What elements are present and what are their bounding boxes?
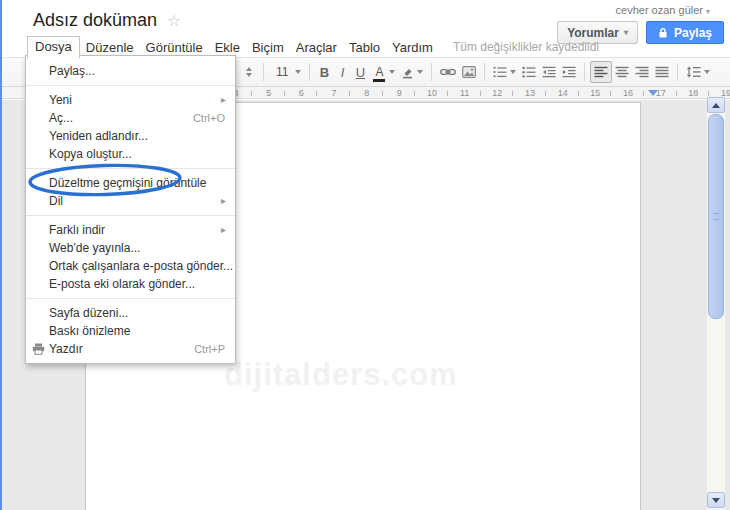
chevron-down-icon [389, 70, 395, 74]
title-row: Adsız doküman ☆ [33, 10, 181, 31]
menu-item-page-setup[interactable]: Sayfa düzeni... [26, 304, 235, 322]
text-color-button[interactable]: A [369, 61, 398, 83]
ruler-number: 14 [556, 88, 570, 98]
shortcut-label: Ctrl+P [194, 340, 225, 358]
ruler-number: 16 [621, 88, 635, 98]
zoom-spinner-icon[interactable] [240, 61, 258, 83]
submenu-arrow-icon: ▸ [221, 221, 226, 239]
chevron-down-icon [704, 70, 710, 74]
italic-button[interactable]: I [333, 61, 351, 83]
insert-image-button[interactable] [459, 61, 479, 83]
menu-item-print-preview[interactable]: Baskı önizleme [26, 322, 235, 340]
indent-button[interactable] [559, 61, 579, 83]
shortcut-label: Ctrl+O [193, 109, 225, 127]
bold-button[interactable]: B [315, 61, 333, 83]
scrollbar-thumb[interactable] [708, 114, 724, 319]
save-status: Tüm değişiklikler kaydedildi [453, 40, 599, 54]
document-title[interactable]: Adsız doküman [33, 10, 157, 31]
toolbar-separator [677, 63, 678, 81]
printer-icon [32, 343, 45, 355]
submenu-arrow-icon: ▸ [221, 192, 226, 210]
menu-divider [26, 298, 235, 299]
image-icon [462, 66, 476, 78]
align-right-icon [635, 66, 649, 78]
share-button-label: Paylaş [674, 26, 712, 40]
google-docs-window: cevher ozan güler▾ Adsız doküman ☆ Yorum… [0, 0, 730, 510]
chevron-down-icon: ▾ [624, 28, 628, 37]
font-size-value: 11 [272, 65, 292, 79]
scroll-up-button[interactable] [707, 97, 725, 113]
menu-item-download-as[interactable]: Farklı indir▸ [26, 221, 235, 239]
menu-item-publish-web[interactable]: Web'de yayınla... [26, 239, 235, 257]
share-button[interactable]: Paylaş [646, 21, 724, 44]
window-edge [0, 0, 2, 510]
menu-item-share[interactable]: Paylaş... [26, 62, 235, 80]
account-menu[interactable]: cevher ozan güler▾ [616, 4, 710, 16]
toolbar-separator [309, 63, 310, 81]
align-justify-button[interactable] [652, 61, 672, 83]
align-center-button[interactable] [612, 61, 632, 83]
line-spacing-button[interactable] [683, 61, 713, 83]
menu-tablo[interactable]: Tablo [343, 38, 386, 57]
align-left-icon [594, 66, 608, 78]
bulleted-list-button[interactable] [519, 61, 539, 83]
align-justify-icon [655, 66, 669, 78]
menu-dosya[interactable]: Dosya [27, 36, 80, 59]
star-icon[interactable]: ☆ [167, 11, 181, 30]
ruler-number: 8 [362, 88, 371, 98]
toolbar-separator [484, 63, 485, 81]
ruler-number: 6 [297, 88, 306, 98]
ruler-number: 5 [264, 88, 273, 98]
ruler-number: 10 [425, 88, 439, 98]
ruler-number: 15 [588, 88, 602, 98]
menu-goruntule[interactable]: Görüntüle [140, 38, 209, 57]
account-name: cevher ozan güler [616, 4, 703, 16]
ruler-number: 11 [458, 88, 471, 98]
menu-bicim[interactable]: Biçim [246, 38, 290, 57]
align-right-button[interactable] [632, 61, 652, 83]
toolbar-separator [584, 63, 585, 81]
font-size-select[interactable]: 11 [269, 61, 304, 83]
outdent-icon [542, 66, 556, 78]
align-left-button[interactable] [590, 61, 612, 83]
outdent-button[interactable] [539, 61, 559, 83]
vertical-scrollbar[interactable] [707, 97, 725, 510]
menu-item-email-collaborators[interactable]: Ortak çalışanlara e-posta gönder... [26, 257, 235, 275]
numbered-list-button[interactable] [490, 61, 519, 83]
menu-item-new[interactable]: Yeni▸ [26, 91, 235, 109]
ruler-number: 7 [329, 88, 338, 98]
menu-divider [26, 85, 235, 86]
menu-item-email-attachment[interactable]: E-posta eki olarak gönder... [26, 275, 235, 293]
align-center-icon [615, 66, 629, 78]
arrow-up-icon [712, 103, 720, 108]
margin-marker[interactable] [648, 90, 658, 96]
highlighter-icon [401, 66, 414, 79]
menu-ekle[interactable]: Ekle [209, 38, 246, 57]
menu-item-print[interactable]: YazdırCtrl+P [26, 340, 235, 358]
chevron-down-icon [510, 70, 516, 74]
menu-item-revision-history[interactable]: Düzeltme geçmişini görüntüle [26, 174, 235, 192]
link-icon [440, 67, 456, 77]
menu-duzenle[interactable]: Düzenle [80, 38, 140, 57]
underline-button[interactable]: U [351, 61, 369, 83]
bulleted-list-icon [522, 66, 536, 78]
numbered-list-icon [493, 66, 507, 78]
file-menu-dropdown: Paylaş... Yeni▸ Aç...Ctrl+O Yeniden adla… [25, 55, 236, 364]
menu-item-rename[interactable]: Yeniden adlandır... [26, 127, 235, 145]
indent-icon [562, 66, 576, 78]
toolbar-separator [431, 63, 432, 81]
highlight-color-button[interactable] [398, 61, 426, 83]
chevron-down-icon: ▾ [706, 7, 710, 16]
menu-item-make-copy[interactable]: Kopya oluştur... [26, 145, 235, 163]
line-spacing-icon [686, 66, 701, 78]
arrow-down-icon [712, 498, 720, 503]
menu-divider [26, 168, 235, 169]
menu-araclar[interactable]: Araçlar [290, 38, 343, 57]
menu-item-open[interactable]: Aç...Ctrl+O [26, 109, 235, 127]
insert-link-button[interactable] [437, 61, 459, 83]
scroll-down-button[interactable] [707, 492, 725, 508]
menu-item-language[interactable]: Dil▸ [26, 192, 235, 210]
header: cevher ozan güler▾ Adsız doküman ☆ Yorum… [0, 0, 730, 57]
menu-yardim[interactable]: Yardım [386, 38, 439, 57]
menu-divider [26, 215, 235, 216]
